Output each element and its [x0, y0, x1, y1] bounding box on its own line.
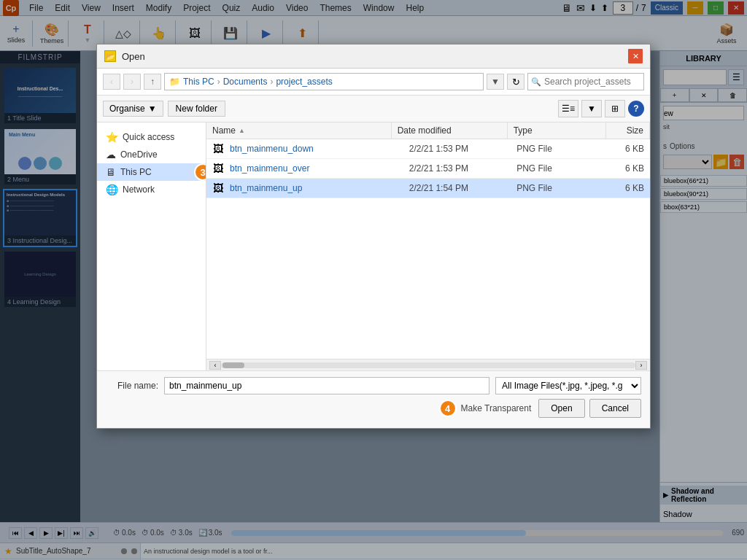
- file-date-1: 2/2/21 1:53 PM: [409, 144, 516, 154]
- dialog-close-button[interactable]: ✕: [628, 49, 643, 63]
- col-header-size[interactable]: Size: [606, 122, 650, 139]
- breadcrumb-sep-1: ›: [217, 77, 220, 87]
- breadcrumb-folder-icon: 📁: [169, 77, 180, 87]
- step-badge-4: 4: [439, 400, 457, 417]
- col-type-label: Type: [514, 125, 533, 136]
- breadcrumb-sep-2: ›: [270, 77, 273, 87]
- col-header-name[interactable]: Name ▲: [206, 122, 392, 139]
- col-header-type[interactable]: Type: [508, 122, 606, 139]
- file-list-header: Name ▲ Date modified Type Size: [206, 122, 650, 139]
- nav-item-onedrive[interactable]: ☁ OneDrive: [97, 146, 206, 163]
- dialog-folder-icon: 📂: [104, 50, 116, 62]
- filename-label: File name:: [106, 381, 158, 391]
- list-item[interactable]: 🖼 btn_mainmenu_over 2/2/21 1:53 PM PNG F…: [206, 159, 650, 179]
- back-button[interactable]: ‹: [103, 74, 120, 90]
- dialog-body: ⭐ Quick access ☁ OneDrive 🖥 This PC 3 🌐 …: [97, 122, 650, 370]
- nav-item-this-pc[interactable]: 🖥 This PC 3: [97, 163, 206, 181]
- view-dropdown-button[interactable]: ▼: [581, 100, 602, 117]
- file-date-2: 2/2/21 1:53 PM: [409, 163, 516, 174]
- search-input[interactable]: [527, 73, 644, 90]
- file-size-3: 6 KB: [606, 183, 650, 193]
- scroll-right-button[interactable]: ›: [635, 361, 647, 370]
- filetype-select[interactable]: All Image Files(*.jpg, *.jpeg, *.g: [495, 377, 641, 394]
- new-folder-button[interactable]: New folder: [168, 101, 225, 117]
- organise-dropdown-icon: ▼: [148, 104, 157, 114]
- search-wrap: [527, 73, 644, 90]
- nav-label-this-pc: This PC: [120, 167, 152, 177]
- refresh-button[interactable]: ↻: [507, 74, 525, 90]
- view-columns-button[interactable]: ⊞: [605, 100, 625, 117]
- filename-row: File name: All Image Files(*.jpg, *.jpeg…: [106, 377, 641, 394]
- scrollbar-track[interactable]: [221, 362, 635, 368]
- dialog-toolbar: Organise ▼ New folder ☰≡ ▼ ⊞ ?: [97, 96, 650, 122]
- file-name-3: btn_mainmenu_up: [230, 183, 409, 193]
- up-button[interactable]: ↑: [144, 74, 161, 90]
- nav-label-quick-access: Quick access: [123, 132, 174, 142]
- organise-label: Organise: [109, 104, 145, 114]
- view-toggle: ☰≡ ▼ ⊞ ?: [558, 100, 644, 117]
- list-item[interactable]: 🖼 btn_mainmenu_up 2/2/21 1:54 PM PNG Fil…: [206, 179, 650, 198]
- network-icon: 🌐: [106, 184, 118, 195]
- col-header-date[interactable]: Date modified: [392, 122, 508, 139]
- dialog-footer: File name: All Image Files(*.jpg, *.jpeg…: [97, 370, 650, 428]
- address-dropdown-button[interactable]: ▼: [487, 74, 504, 90]
- cancel-button[interactable]: Cancel: [589, 399, 641, 418]
- step-badge-3: 3: [194, 163, 206, 181]
- organise-button[interactable]: Organise ▼: [103, 101, 163, 117]
- file-type-3: PNG File: [516, 183, 606, 193]
- file-size-2: 6 KB: [606, 163, 650, 174]
- scrollbar-thumb[interactable]: [222, 362, 244, 368]
- make-transparent-label: Make Transparent: [461, 403, 532, 413]
- help-button[interactable]: ?: [628, 101, 644, 117]
- file-list: 🖼 btn_mainmenu_down 2/2/21 1:53 PM PNG F…: [206, 139, 650, 359]
- footer-buttons-row: 4 Make Transparent Open Cancel: [106, 399, 641, 418]
- sort-arrow-icon: ▲: [239, 127, 245, 134]
- this-pc-icon: 🖥: [106, 166, 116, 178]
- scroll-left-button[interactable]: ‹: [209, 361, 221, 370]
- breadcrumb-project-assets[interactable]: project_assets: [276, 77, 332, 87]
- filename-input[interactable]: [164, 377, 489, 394]
- breadcrumb-thispc[interactable]: This PC: [183, 77, 214, 87]
- file-name-2: btn_mainmenu_over: [230, 163, 409, 174]
- nav-label-onedrive: OneDrive: [120, 149, 158, 160]
- file-list-scrollbar[interactable]: ‹ ›: [206, 359, 650, 370]
- file-icon-1: 🖼: [211, 141, 225, 156]
- nav-pane: ⭐ Quick access ☁ OneDrive 🖥 This PC 3 🌐 …: [97, 122, 206, 370]
- dialog-title: Open: [122, 51, 628, 62]
- open-dialog: 📂 Open ✕ ‹ › ↑ 📁 This PC › Documents › p…: [96, 44, 651, 429]
- dialog-overlay: 📂 Open ✕ ‹ › ↑ 📁 This PC › Documents › p…: [0, 0, 747, 560]
- view-details-button[interactable]: ☰≡: [558, 100, 578, 117]
- nav-item-quick-access[interactable]: ⭐ Quick access: [97, 128, 206, 146]
- col-name-label: Name: [212, 125, 236, 136]
- forward-button[interactable]: ›: [123, 74, 141, 90]
- file-date-3: 2/2/21 1:54 PM: [409, 183, 516, 193]
- file-icon-2: 🖼: [211, 161, 225, 176]
- file-list-area: Name ▲ Date modified Type Size: [206, 122, 650, 370]
- col-date-label: Date modified: [398, 125, 452, 136]
- file-type-1: PNG File: [516, 144, 606, 154]
- file-icon-3: 🖼: [211, 181, 225, 195]
- nav-item-network[interactable]: 🌐 Network: [97, 181, 206, 198]
- dialog-title-bar: 📂 Open ✕: [97, 44, 650, 69]
- open-button[interactable]: Open: [538, 399, 584, 418]
- file-type-2: PNG File: [516, 163, 606, 174]
- address-bar: ‹ › ↑ 📁 This PC › Documents › project_as…: [97, 69, 650, 96]
- nav-label-network: Network: [123, 184, 155, 195]
- breadcrumb-documents[interactable]: Documents: [223, 77, 268, 87]
- file-name-1: btn_mainmenu_down: [230, 144, 409, 154]
- list-item[interactable]: 🖼 btn_mainmenu_down 2/2/21 1:53 PM PNG F…: [206, 139, 650, 159]
- file-size-1: 6 KB: [606, 144, 650, 154]
- onedrive-icon: ☁: [106, 149, 116, 160]
- quick-access-icon: ⭐: [106, 131, 118, 143]
- breadcrumb: 📁 This PC › Documents › project_assets: [164, 73, 484, 90]
- col-size-label: Size: [627, 125, 643, 136]
